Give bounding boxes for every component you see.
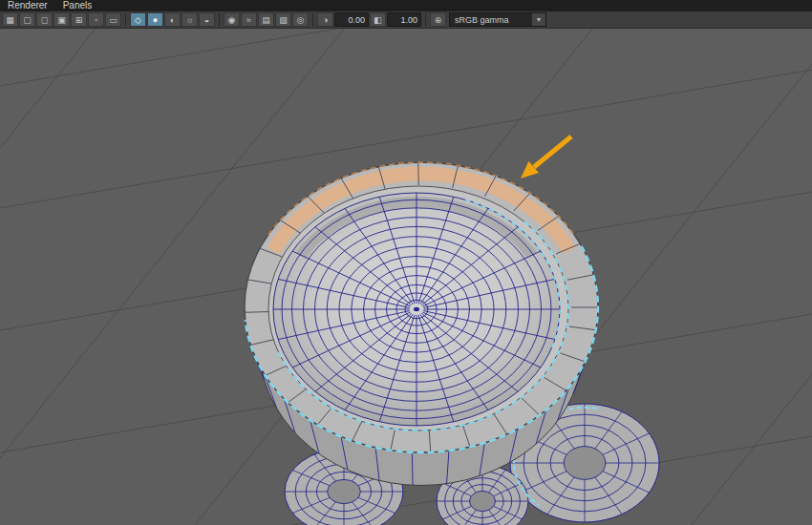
view-transform-select[interactable]: sRGB gamma ▼ [449,12,546,27]
shadows-icon[interactable]: ◒ [199,12,215,27]
maya-viewport-panel: Renderer Panels ▦ ▢ ◻ ▣ ⊞ ▫ ▭ ◇ ● ◐ ☼ ◒ … [0,0,812,525]
toolbar-separator [125,13,126,27]
viewport-toolbar: ▦ ▢ ◻ ▣ ⊞ ▫ ▭ ◇ ● ◐ ☼ ◒ ◉ ≈ ▤ ▧ ◎ ◑ ◧ ⊕ … [0,11,812,29]
grid-toggle-icon[interactable]: ▦ [2,12,18,27]
resolution-gate-icon[interactable]: ◻ [36,12,53,27]
toolbar-separator [219,13,220,27]
menu-renderer[interactable]: Renderer [8,0,48,11]
safe-action-icon[interactable]: ▫ [88,12,104,27]
textured-icon[interactable]: ◐ [164,12,181,27]
ambient-occlusion-icon[interactable]: ◉ [224,12,240,27]
exposure-toggle-icon[interactable]: ◑ [317,12,333,27]
viewport-3d[interactable] [0,29,812,525]
bowl-wireframe [273,193,560,426]
gate-mask-icon[interactable]: ▣ [53,12,70,27]
toolbar-separator [425,13,426,27]
exposure-field[interactable] [334,12,369,27]
field-chart-icon[interactable]: ⊞ [71,12,87,27]
menu-panels[interactable]: Panels [63,0,93,11]
xray-icon[interactable]: ▧ [275,12,291,27]
lighting-icon[interactable]: ☼ [182,12,198,27]
gamma-toggle-icon[interactable]: ◧ [370,12,386,27]
chevron-down-icon: ▼ [532,13,545,26]
color-management-icon[interactable]: ⊕ [430,12,446,27]
isolate-select-icon[interactable]: ◎ [292,12,309,27]
panel-menu-bar: Renderer Panels [0,0,812,11]
film-gate-icon[interactable]: ▢ [19,12,35,27]
gamma-field[interactable] [387,12,421,27]
toolbar-separator [312,13,313,27]
safe-title-icon[interactable]: ▭ [105,12,121,27]
anti-alias-icon[interactable]: ▤ [258,12,274,27]
smooth-shade-icon[interactable]: ● [147,12,163,27]
motion-blur-icon[interactable]: ≈ [241,12,257,27]
view-transform-value: sRGB gamma [455,15,509,25]
wireframe-icon[interactable]: ◇ [130,12,146,27]
